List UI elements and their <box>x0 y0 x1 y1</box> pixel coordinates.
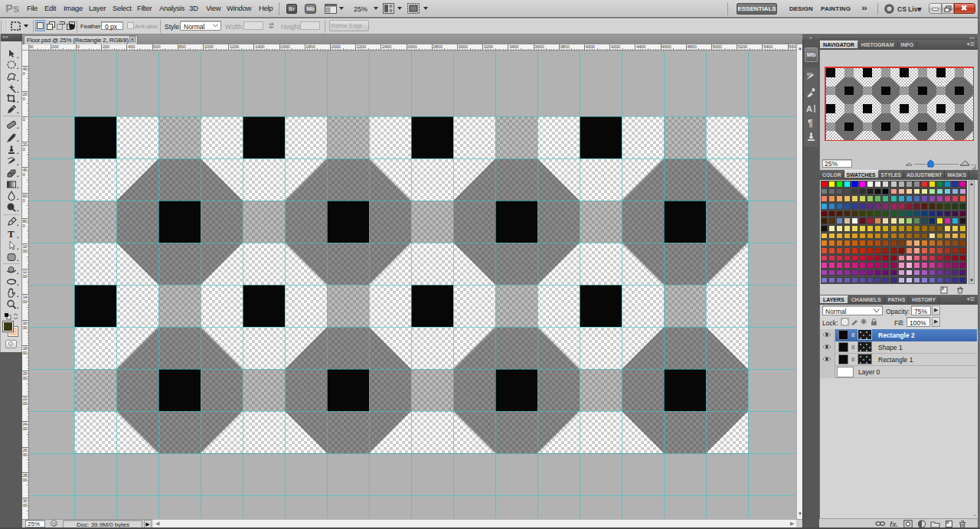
svg-text:A: A <box>806 104 812 113</box>
svg-text:¶: ¶ <box>808 118 813 128</box>
svg-text:T: T <box>8 229 15 239</box>
